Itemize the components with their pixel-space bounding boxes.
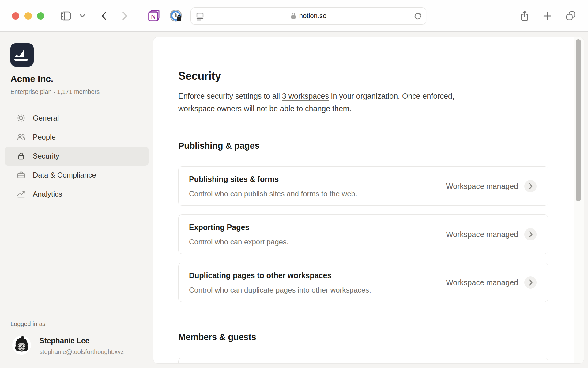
notion-extension-icon: N [147, 9, 160, 23]
url-domain: notion.so [299, 12, 326, 20]
forward-icon [122, 11, 128, 21]
chevron-right-icon [524, 180, 537, 192]
chevron-right-icon [524, 228, 537, 240]
page-format-icon[interactable] [196, 12, 204, 21]
reload-button[interactable] [414, 12, 422, 20]
user-email: stephanie@toolsforthought.xyz [40, 348, 124, 355]
card-open-button[interactable] [524, 228, 537, 240]
new-tab-button[interactable] [541, 9, 554, 23]
sidebar-item-label: Analytics [33, 190, 62, 198]
line-chart-icon [17, 190, 26, 199]
back-icon [101, 11, 107, 21]
org-name: Acme Inc. [10, 74, 53, 84]
page-title: Security [178, 70, 221, 82]
setting-card-partial[interactable] [178, 358, 548, 363]
svg-text:N: N [151, 13, 156, 21]
sidebar-item-label: General [33, 114, 59, 122]
plus-icon [543, 11, 552, 21]
org-logo [10, 43, 34, 67]
share-button[interactable] [518, 9, 531, 23]
settings-nav: General People [5, 109, 149, 204]
settings-sidebar: Acme Inc. Enterprise plan · 1,171 member… [0, 32, 153, 368]
forward-button[interactable] [118, 9, 132, 23]
window-minimize-button[interactable] [24, 12, 32, 20]
sidebar-item-general[interactable]: General [5, 109, 149, 128]
sidebar-item-people[interactable]: People [5, 128, 149, 147]
section-heading-publishing-pages: Publishing & pages [178, 141, 260, 151]
setting-card-duplicating-pages[interactable]: Duplicating pages to other workspaces Co… [178, 263, 548, 302]
tabs-icon [564, 10, 577, 22]
setting-card-exporting-pages[interactable]: Exporting Pages Control who can export p… [178, 214, 548, 254]
card-open-button[interactable] [524, 180, 537, 192]
workspaces-link[interactable]: 3 workspaces [282, 92, 329, 100]
status-badge: Workspace managed [446, 215, 518, 254]
card-open-button[interactable] [524, 276, 537, 289]
window-zoom-button[interactable] [37, 12, 44, 20]
tls-lock-icon [290, 12, 296, 20]
intro-text: Enforce security settings to all 3 works… [178, 90, 469, 115]
sidebar-toggle-button[interactable] [59, 9, 73, 23]
sidebar-item-analytics[interactable]: Analytics [5, 185, 149, 204]
notion-extension-button[interactable]: N [147, 9, 160, 23]
chevron-down-icon [80, 14, 85, 18]
gear-icon [17, 113, 26, 123]
lock-icon [17, 151, 26, 161]
sidebar-toggle-icon [60, 10, 72, 22]
window-close-button[interactable] [12, 12, 19, 20]
onepassword-extension-button[interactable] [169, 9, 183, 23]
card-title: Exporting Pages [189, 223, 249, 232]
people-icon [17, 132, 26, 142]
back-button[interactable] [97, 9, 111, 23]
scrollbar-thumb[interactable] [576, 39, 581, 201]
card-description: Control who can export pages. [189, 238, 289, 246]
status-badge: Workspace managed [446, 167, 518, 206]
share-icon [518, 10, 531, 22]
setting-card-publishing-sites-forms[interactable]: Publishing sites & forms Control who can… [178, 166, 548, 206]
sidebar-item-label: Data & Compliance [33, 171, 96, 179]
status-badge: Workspace managed [446, 263, 518, 302]
sidebar-item-label: Security [33, 152, 59, 160]
onepassword-extension-icon [169, 9, 183, 23]
browser-toolbar: N [0, 0, 588, 32]
tab-overview-button[interactable] [564, 9, 577, 23]
notion-settings-page: Acme Inc. Enterprise plan · 1,171 member… [0, 32, 588, 368]
chevron-right-icon [524, 276, 537, 289]
card-description: Control who can publish sites and forms … [189, 190, 357, 198]
logged-in-as-label: Logged in as [10, 320, 46, 328]
card-title: Duplicating pages to other workspaces [189, 271, 331, 280]
briefcase-icon [17, 171, 26, 180]
scrollbar-track[interactable] [574, 37, 584, 363]
section-heading-members-guests: Members & guests [178, 332, 256, 342]
intro-before: Enforce security settings to all [178, 92, 282, 100]
sidebar-item-label: People [33, 133, 56, 141]
sailboat-icon [13, 46, 31, 64]
card-description: Control who can duplicate pages into oth… [189, 286, 371, 294]
sidebar-dropdown-button[interactable] [76, 9, 89, 23]
avatar [12, 336, 31, 355]
org-plan-members: Enterprise plan · 1,171 members [10, 88, 100, 95]
card-title: Publishing sites & forms [189, 175, 279, 184]
user-name: Stephanie Lee [40, 336, 89, 345]
address-bar[interactable]: notion.so [190, 7, 426, 25]
security-settings-panel: Security Enforce security settings to al… [153, 37, 584, 363]
sidebar-item-security[interactable]: Security [5, 147, 149, 166]
sidebar-item-data-compliance[interactable]: Data & Compliance [5, 166, 149, 185]
